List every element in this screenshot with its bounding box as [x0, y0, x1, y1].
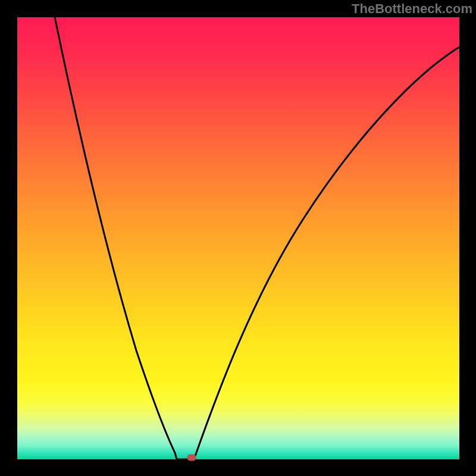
chart-frame: TheBottleneck.com: [0, 0, 476, 476]
curve-left: [55, 17, 177, 459]
plot-area: [17, 17, 459, 459]
curve-svg: [17, 17, 459, 459]
watermark-text: TheBottleneck.com: [352, 1, 472, 17]
bottleneck-marker-icon: [187, 455, 196, 461]
curve-right: [194, 47, 459, 459]
